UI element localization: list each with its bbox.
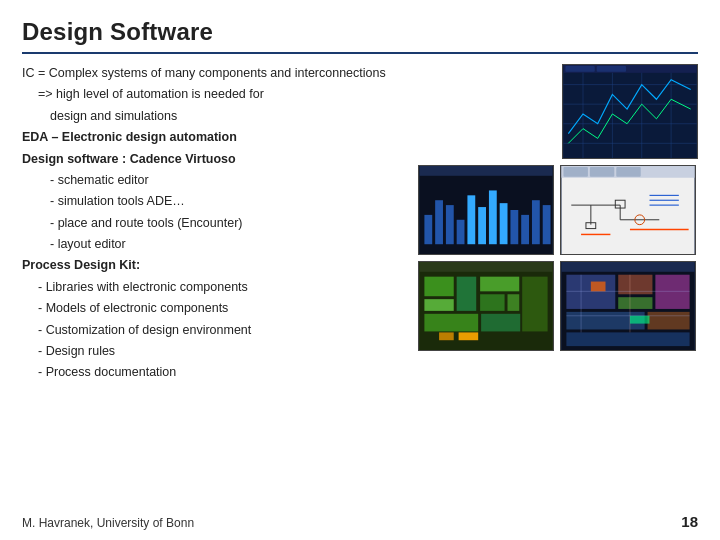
svg-rect-11 xyxy=(597,66,626,72)
svg-rect-22 xyxy=(510,210,518,244)
footer: M. Havranek, University of Bonn 18 xyxy=(22,513,698,530)
text-line-12: - Customization of design environment xyxy=(22,321,406,340)
svg-rect-49 xyxy=(424,299,453,311)
svg-rect-23 xyxy=(521,215,529,244)
svg-rect-54 xyxy=(439,332,454,340)
svg-rect-29 xyxy=(590,167,614,177)
svg-rect-64 xyxy=(566,332,689,346)
text-line-2: design and simulations xyxy=(22,107,406,126)
text-line-4: Design software : Cadence Virtuoso xyxy=(22,150,406,169)
svg-rect-51 xyxy=(481,314,520,332)
svg-rect-30 xyxy=(616,167,640,177)
svg-rect-28 xyxy=(563,167,587,177)
screenshot-mid-left xyxy=(418,165,554,255)
svg-rect-0 xyxy=(563,65,696,158)
page-number: 18 xyxy=(681,513,698,530)
screenshot-mid-right xyxy=(560,165,696,255)
svg-rect-10 xyxy=(565,66,594,72)
svg-rect-45 xyxy=(424,277,453,297)
text-line-10: - Libraries with electronic components xyxy=(22,278,406,297)
svg-rect-69 xyxy=(591,282,606,292)
svg-rect-17 xyxy=(457,220,465,244)
svg-rect-16 xyxy=(446,205,454,244)
text-line-8: - layout editor xyxy=(22,235,406,254)
svg-rect-57 xyxy=(562,262,695,272)
screenshot-bot-left xyxy=(418,261,554,351)
svg-rect-24 xyxy=(532,200,540,244)
svg-rect-53 xyxy=(508,294,520,311)
screenshot-bot-right xyxy=(560,261,696,351)
images-column xyxy=(418,64,698,383)
svg-rect-48 xyxy=(480,294,504,311)
text-line-0: IC = Complex systems of many components … xyxy=(22,64,406,83)
svg-rect-20 xyxy=(489,190,497,244)
text-line-11: - Models of electronic components xyxy=(22,299,406,318)
svg-rect-14 xyxy=(424,215,432,244)
content-area: IC = Complex systems of many components … xyxy=(22,64,698,383)
screenshot-top-right xyxy=(562,64,698,159)
text-line-3: EDA – Electronic design automation xyxy=(22,128,406,147)
text-line-5: - schematic editor xyxy=(22,171,406,190)
svg-rect-13 xyxy=(420,166,553,176)
svg-rect-58 xyxy=(566,275,615,309)
svg-rect-46 xyxy=(457,277,477,311)
svg-rect-26 xyxy=(562,166,695,254)
slide: Design Software IC = Complex systems of … xyxy=(0,0,720,540)
images-row-bottom xyxy=(418,261,698,351)
text-line-14: - Process documentation xyxy=(22,363,406,382)
svg-rect-18 xyxy=(467,195,475,244)
svg-rect-25 xyxy=(543,205,551,244)
svg-rect-55 xyxy=(459,332,479,340)
svg-rect-52 xyxy=(522,277,547,332)
svg-rect-21 xyxy=(500,203,508,244)
title-underline xyxy=(22,52,698,54)
text-line-1: => high level of automation is needed fo… xyxy=(22,85,406,104)
slide-title: Design Software xyxy=(22,18,698,46)
svg-rect-19 xyxy=(478,207,486,244)
svg-rect-15 xyxy=(435,200,443,244)
svg-rect-47 xyxy=(480,277,519,292)
svg-rect-50 xyxy=(424,314,478,332)
svg-rect-70 xyxy=(630,316,650,324)
text-line-9: Process Design Kit: xyxy=(22,256,406,275)
images-row-top xyxy=(418,64,698,159)
text-line-13: - Design rules xyxy=(22,342,406,361)
text-column: IC = Complex systems of many components … xyxy=(22,64,410,383)
text-line-7: - place and route tools (Encounter) xyxy=(22,214,406,233)
svg-rect-61 xyxy=(655,275,689,309)
svg-rect-63 xyxy=(648,312,690,330)
svg-rect-60 xyxy=(618,297,652,309)
footer-author: M. Havranek, University of Bonn xyxy=(22,516,194,530)
images-row-middle xyxy=(418,165,698,255)
text-line-6: - simulation tools ADE… xyxy=(22,192,406,211)
svg-rect-44 xyxy=(420,262,553,272)
